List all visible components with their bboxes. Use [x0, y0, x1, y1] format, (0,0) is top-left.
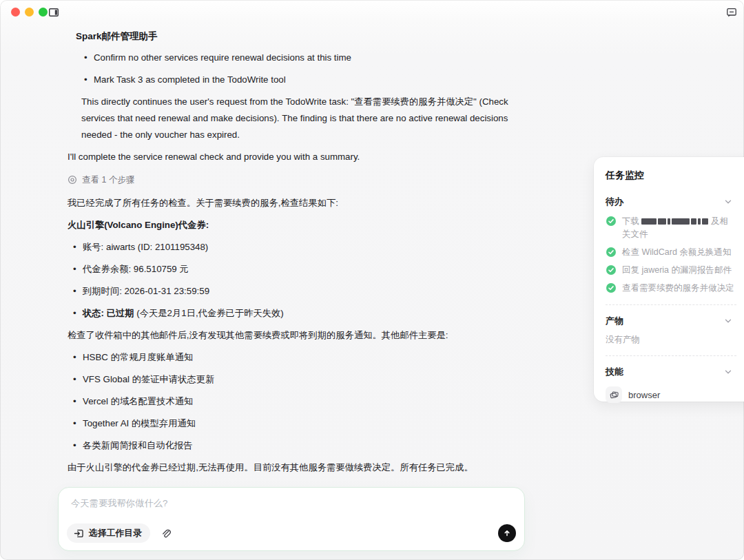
todo-item-text: 下载 及相关文件	[622, 215, 736, 241]
result-intro: 我已经完成了所有任务的检查。关于需要续费的服务,检查结果如下:	[68, 195, 524, 211]
divider	[606, 304, 736, 305]
check-circle-icon	[606, 282, 617, 293]
check-circle-icon	[606, 265, 617, 276]
artifacts-section-header[interactable]: 产物	[606, 315, 733, 327]
voucher-heading: 火山引擎(Volcano Engine)代金券:	[68, 217, 524, 234]
chevron-down-icon	[723, 367, 733, 377]
todo-item: 检查 WildCard 余额兑换通知	[606, 246, 736, 259]
conclusion-paragraph: 由于火山引擎的代金券已经过期,无法再使用。目前没有其他服务需要做续费决定。所有任…	[68, 459, 524, 476]
task-monitor-panel: 任务监控 待办 下载 及相关文件 检查 WildCard 余额兑换通知 回复 j…	[594, 157, 744, 402]
sub-bullet-list: Confirm no other services require renewa…	[83, 50, 524, 88]
todo-section-header[interactable]: 待办	[606, 196, 733, 208]
todo-item: 查看需要续费的服务并做决定	[606, 282, 736, 295]
list-item: 代金券余额: 96.510759 元	[72, 261, 524, 278]
message-input[interactable]	[70, 496, 506, 523]
redacted-text	[641, 218, 708, 225]
titlebar	[0, 0, 744, 23]
voucher-bullet-list: 账号: aiwarts (ID: 2101195348) 代金券余额: 96.5…	[72, 239, 524, 322]
inbox-paragraph: 检查了收件箱中的其他邮件后,没有发现其他需要续费或即将到期的服务通知。其他邮件主…	[68, 327, 524, 344]
list-item: Mark Task 3 as completed in the TodoWrit…	[83, 72, 524, 88]
task-panel-title: 任务监控	[606, 169, 744, 182]
other-mail-bullet-list: HSBC 的常规月度账单通知 VFS Global 的签证申请状态更新 Verc…	[72, 349, 524, 454]
skills-section-header[interactable]: 技能	[606, 366, 733, 378]
list-item: 到期时间: 2026-01-31 23:59:59	[72, 283, 524, 300]
arrow-up-icon	[502, 528, 512, 538]
divider	[606, 355, 736, 356]
skill-name: browser	[628, 390, 660, 400]
skill-item-browser[interactable]: browser	[606, 386, 744, 403]
indented-paragraph: This directly continues the user's reque…	[81, 94, 524, 143]
folder-import-icon	[74, 528, 84, 539]
browser-skill-icon	[606, 386, 622, 403]
select-workdir-label: 选择工作目录	[89, 528, 142, 539]
app-window: Spark邮件管理助手 Confirm no other services re…	[0, 0, 744, 560]
summary-intro: I'll complete the service renewal check …	[68, 149, 524, 165]
chevron-down-icon	[723, 316, 733, 326]
conversation-content: Confirm no other services require renewa…	[68, 50, 524, 481]
list-item: 状态: 已过期 (今天是2月1日,代金券已于昨天失效)	[72, 305, 524, 322]
close-window-button[interactable]	[11, 8, 20, 17]
view-steps-toggle[interactable]: 查看 1 个步骤	[68, 172, 524, 188]
list-item: 账号: aiwarts (ID: 2101195348)	[72, 239, 524, 256]
todo-item-text: 检查 WildCard 余额兑换通知	[622, 246, 731, 259]
todo-item: 下载 及相关文件	[606, 215, 736, 241]
chat-bubble-icon[interactable]	[726, 7, 737, 18]
todo-item: 回复 jaweria 的漏洞报告邮件	[606, 264, 736, 277]
attach-file-button[interactable]	[157, 525, 174, 541]
skills-section-label: 技能	[606, 366, 623, 378]
list-item: Vercel 的域名配置技术通知	[72, 393, 524, 410]
page-title: Spark邮件管理助手	[76, 30, 158, 43]
composer-toolbar: 选择工作目录	[67, 523, 516, 543]
minimize-window-button[interactable]	[25, 8, 34, 17]
list-item: Together AI 的模型弃用通知	[72, 415, 524, 432]
list-item: HSBC 的常规月度账单通知	[72, 349, 524, 366]
steps-target-icon	[68, 175, 77, 185]
artifacts-section-label: 产物	[606, 315, 623, 327]
chevron-down-icon	[723, 197, 733, 207]
artifacts-empty-text: 没有产物	[606, 334, 744, 346]
todo-list: 下载 及相关文件 检查 WildCard 余额兑换通知 回复 jaweria 的…	[606, 215, 736, 295]
paperclip-icon	[160, 528, 171, 539]
select-workdir-button[interactable]: 选择工作目录	[67, 523, 150, 543]
sidebar-toggle-icon[interactable]	[48, 7, 59, 18]
send-button[interactable]	[498, 524, 516, 542]
check-circle-icon	[606, 216, 617, 227]
list-item: VFS Global 的签证申请状态更新	[72, 371, 524, 388]
list-item: 各类新闻简报和自动化报告	[72, 437, 524, 454]
todo-section-label: 待办	[606, 196, 623, 208]
todo-item-text: 查看需要续费的服务并做决定	[622, 282, 734, 295]
view-steps-label: 查看 1 个步骤	[82, 172, 134, 188]
composer: 选择工作目录	[58, 487, 525, 551]
zoom-window-button[interactable]	[39, 8, 48, 17]
todo-item-text: 回复 jaweria 的漏洞报告邮件	[622, 264, 732, 277]
list-item: Confirm no other services require renewa…	[83, 50, 524, 66]
check-circle-icon	[606, 247, 617, 258]
